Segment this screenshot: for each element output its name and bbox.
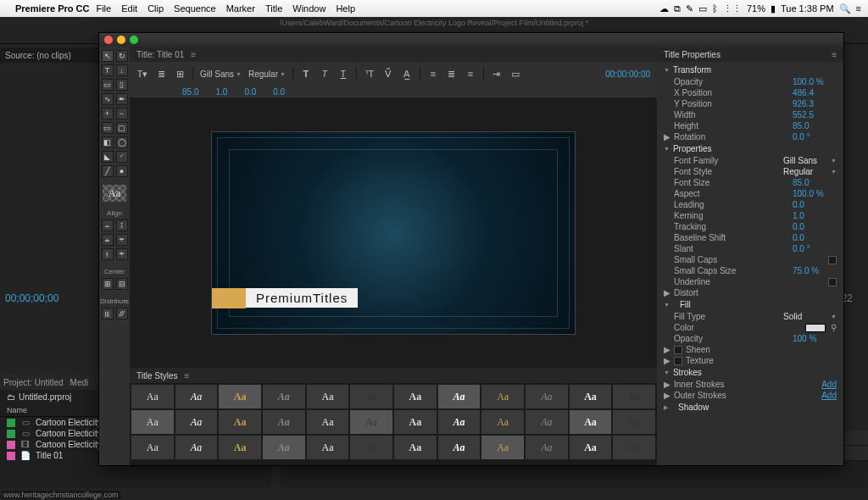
pen-tool[interactable]: ✒ bbox=[116, 93, 128, 105]
value-rotation[interactable]: 0.0 ° bbox=[793, 132, 837, 142]
eyedropper-icon[interactable]: ⚲ bbox=[831, 323, 837, 332]
align-vcenter[interactable]: ⫲ bbox=[102, 248, 114, 260]
title-style-preset[interactable]: Aa bbox=[438, 410, 481, 434]
title-style-preset[interactable]: Aa bbox=[526, 436, 568, 459]
rotate-tool[interactable]: ↻ bbox=[116, 50, 128, 62]
checkbox-smallcaps[interactable] bbox=[828, 256, 837, 264]
add-anchor-tool[interactable]: + bbox=[102, 108, 114, 119]
add-inner-stroke[interactable]: Add bbox=[821, 380, 837, 389]
align-bottom[interactable]: ⫩ bbox=[116, 248, 128, 260]
align-right-icon[interactable]: ≡ bbox=[465, 68, 476, 80]
wedge-tool[interactable]: ◣ bbox=[102, 151, 114, 163]
checkbox-sheen[interactable] bbox=[674, 346, 682, 354]
value-leading[interactable]: 0.0 bbox=[793, 200, 837, 209]
title-style-preset[interactable]: Aa bbox=[613, 436, 655, 459]
title-type-dropdown[interactable]: T▾ bbox=[136, 68, 148, 80]
toolbar-kerning-value[interactable]: 1.0 bbox=[215, 87, 227, 97]
value-fontfamily[interactable]: Gill Sans bbox=[783, 156, 827, 165]
menu-file[interactable]: File bbox=[96, 3, 111, 14]
value-fillopacity[interactable]: 100 % bbox=[793, 334, 837, 343]
cloud-icon[interactable]: ☁ bbox=[659, 3, 669, 14]
title-style-preset[interactable]: Aa bbox=[350, 410, 392, 434]
dropbox-icon[interactable]: ⧉ bbox=[674, 3, 681, 14]
selection-tool[interactable]: ↖ bbox=[102, 50, 114, 62]
bold-icon[interactable]: T bbox=[300, 68, 312, 80]
value-kerning[interactable]: 1.0 bbox=[793, 211, 837, 220]
show-video-icon[interactable]: ▭ bbox=[509, 68, 521, 80]
title-style-preset[interactable]: Aa bbox=[307, 436, 349, 459]
add-outer-stroke[interactable]: Add bbox=[821, 391, 837, 400]
value-fontstyle[interactable]: Regular bbox=[783, 167, 827, 176]
value-ypos[interactable]: 926.3 bbox=[793, 99, 837, 108]
rectangle-tool[interactable]: ▭ bbox=[102, 122, 114, 134]
line-tool[interactable]: ╱ bbox=[102, 165, 114, 177]
title-style-preset[interactable]: Aa bbox=[613, 385, 655, 408]
notification-icon[interactable]: ≡ bbox=[856, 3, 861, 14]
value-aspect[interactable]: 100.0 % bbox=[793, 189, 837, 198]
label-distort[interactable]: Distort bbox=[674, 288, 837, 297]
title-style-preset[interactable]: Aa bbox=[350, 385, 392, 408]
zoom-icon[interactable] bbox=[130, 36, 138, 44]
title-text[interactable]: PremiumTitles bbox=[246, 288, 358, 308]
templates-icon[interactable]: ⊞ bbox=[174, 68, 186, 80]
distribute-h[interactable]: ⫼ bbox=[102, 308, 114, 319]
minimize-icon[interactable] bbox=[117, 36, 125, 44]
toolbar-size-value[interactable]: 85.0 bbox=[182, 87, 198, 97]
title-style-preset[interactable]: Aa bbox=[263, 385, 305, 408]
delete-anchor-tool[interactable]: − bbox=[116, 108, 128, 119]
menu-help[interactable]: Help bbox=[336, 3, 355, 14]
media-tab[interactable]: Medi bbox=[70, 378, 89, 387]
battery-icon[interactable]: ▮ bbox=[771, 3, 776, 14]
toolbar-leading-value[interactable]: 0.0 bbox=[244, 87, 256, 97]
section-strokes[interactable]: ▼Strokes bbox=[657, 366, 843, 379]
title-style-preset[interactable]: Aa bbox=[131, 410, 174, 434]
title-style-preset[interactable]: Aa bbox=[175, 410, 218, 434]
menu-clip[interactable]: Clip bbox=[147, 3, 164, 14]
title-style-preset[interactable]: Aa bbox=[481, 410, 524, 434]
value-baseline[interactable]: 0.0 bbox=[793, 233, 837, 242]
title-style-preset[interactable]: Aa bbox=[131, 385, 174, 408]
title-style-preset[interactable]: Aa bbox=[570, 385, 612, 408]
ellipse-tool[interactable]: ◯ bbox=[116, 136, 128, 148]
checkbox-texture[interactable] bbox=[674, 357, 682, 365]
align-left[interactable]: ⫠ bbox=[102, 219, 114, 231]
clipped-rect-tool[interactable]: ◧ bbox=[102, 136, 114, 148]
title-style-preset[interactable]: Aa bbox=[394, 385, 437, 408]
title-properties-tab[interactable]: Title Properties bbox=[657, 47, 843, 62]
title-style-preset[interactable]: Aa bbox=[438, 436, 481, 459]
title-tab[interactable]: Title: Title 01 bbox=[130, 47, 657, 62]
distribute-v[interactable]: ⫻ bbox=[116, 308, 128, 319]
toolbar-tracking-value[interactable]: 0.0 bbox=[273, 87, 285, 97]
title-style-preset[interactable]: Aa bbox=[263, 436, 305, 459]
rounded-rect-tool[interactable]: ▢ bbox=[116, 122, 128, 134]
arc-tool[interactable]: ◜ bbox=[116, 151, 128, 163]
center-horiz[interactable]: ⊟ bbox=[116, 278, 128, 290]
source-timecode[interactable]: 00;00;00;00 bbox=[5, 292, 58, 304]
section-transform[interactable]: ▼Transform bbox=[657, 64, 843, 76]
value-width[interactable]: 552.5 bbox=[793, 110, 837, 119]
display-icon[interactable]: ▭ bbox=[698, 3, 707, 14]
app-name[interactable]: Premiere Pro CC bbox=[15, 3, 89, 14]
menu-sequence[interactable]: Sequence bbox=[174, 3, 216, 14]
title-style-preset[interactable]: Aa bbox=[131, 436, 174, 459]
bluetooth-icon[interactable]: ᛒ bbox=[712, 3, 718, 14]
roll-crawl-options[interactable]: ≣ bbox=[155, 68, 167, 80]
italic-icon[interactable]: T bbox=[319, 68, 331, 80]
label-sheen[interactable]: Sheen bbox=[686, 345, 837, 354]
checkbox-underline[interactable] bbox=[828, 278, 837, 286]
title-style-preset[interactable]: Aa bbox=[570, 436, 612, 459]
title-style-preset[interactable]: Aa bbox=[350, 436, 392, 459]
title-style-preset[interactable]: Aa bbox=[570, 410, 612, 434]
lower-third-graphic[interactable]: PremiumTitles bbox=[212, 288, 358, 308]
align-top[interactable]: ⫧ bbox=[116, 234, 128, 246]
value-slant[interactable]: 0.0 ° bbox=[793, 244, 837, 253]
center-vert[interactable]: ⊞ bbox=[102, 278, 114, 290]
project-tab[interactable]: Project: Untitled bbox=[3, 378, 64, 387]
title-styles-tab[interactable]: Title Styles bbox=[130, 368, 657, 383]
label-texture[interactable]: Texture bbox=[686, 356, 837, 365]
title-style-preset[interactable]: Aa bbox=[526, 410, 568, 434]
title-style-preset[interactable]: Aa bbox=[307, 385, 349, 408]
font-family-select[interactable]: Gill Sans bbox=[200, 69, 234, 79]
menu-window[interactable]: Window bbox=[292, 3, 326, 14]
title-style-preset[interactable]: Aa bbox=[263, 410, 305, 434]
